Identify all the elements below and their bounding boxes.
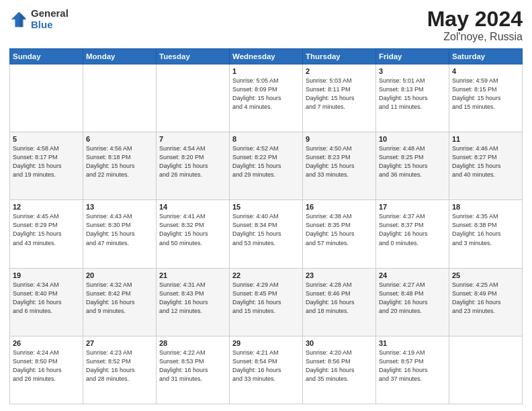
day-info: Sunrise: 4:37 AM Sunset: 8:37 PM Dayligh…	[379, 212, 446, 247]
day-cell: 1Sunrise: 5:05 AM Sunset: 8:09 PM Daylig…	[230, 64, 303, 132]
col-saturday: Saturday	[449, 49, 523, 64]
day-info: Sunrise: 4:34 AM Sunset: 8:40 PM Dayligh…	[13, 281, 80, 316]
day-cell	[83, 64, 157, 132]
week-row-2: 12Sunrise: 4:45 AM Sunset: 8:29 PM Dayli…	[10, 200, 523, 268]
day-info: Sunrise: 4:29 AM Sunset: 8:45 PM Dayligh…	[232, 281, 300, 316]
day-info: Sunrise: 4:31 AM Sunset: 8:43 PM Dayligh…	[159, 281, 226, 316]
day-cell: 20Sunrise: 4:32 AM Sunset: 8:42 PM Dayli…	[83, 268, 157, 336]
day-number: 26	[13, 339, 80, 347]
day-number: 1	[232, 67, 300, 75]
day-info: Sunrise: 4:56 AM Sunset: 8:18 PM Dayligh…	[86, 144, 153, 179]
day-cell: 23Sunrise: 4:28 AM Sunset: 8:46 PM Dayli…	[303, 268, 376, 336]
logo-blue-text: Blue	[31, 19, 69, 31]
day-cell: 24Sunrise: 4:27 AM Sunset: 8:48 PM Dayli…	[376, 268, 449, 336]
header-row: Sunday Monday Tuesday Wednesday Thursday…	[10, 49, 523, 64]
day-cell: 8Sunrise: 4:52 AM Sunset: 8:22 PM Daylig…	[230, 132, 303, 200]
title-month: May 2024	[427, 8, 523, 30]
day-cell: 2Sunrise: 5:03 AM Sunset: 8:11 PM Daylig…	[303, 64, 376, 132]
day-number: 22	[232, 271, 300, 279]
day-info: Sunrise: 4:22 AM Sunset: 8:53 PM Dayligh…	[159, 349, 226, 383]
day-number: 28	[159, 339, 226, 347]
calendar-table: Sunday Monday Tuesday Wednesday Thursday…	[9, 48, 523, 404]
day-cell: 11Sunrise: 4:46 AM Sunset: 8:27 PM Dayli…	[449, 132, 523, 200]
week-row-4: 26Sunrise: 4:24 AM Sunset: 8:50 PM Dayli…	[10, 336, 523, 404]
day-info: Sunrise: 4:40 AM Sunset: 8:34 PM Dayligh…	[232, 212, 300, 247]
logo-text: General Blue	[31, 8, 69, 30]
day-info: Sunrise: 4:19 AM Sunset: 8:57 PM Dayligh…	[379, 349, 446, 383]
day-info: Sunrise: 4:32 AM Sunset: 8:42 PM Dayligh…	[86, 281, 153, 316]
day-info: Sunrise: 4:50 AM Sunset: 8:23 PM Dayligh…	[306, 144, 373, 179]
day-info: Sunrise: 4:52 AM Sunset: 8:22 PM Dayligh…	[232, 144, 300, 179]
day-number: 11	[452, 135, 519, 143]
day-info: Sunrise: 5:01 AM Sunset: 8:13 PM Dayligh…	[379, 77, 446, 111]
day-info: Sunrise: 4:48 AM Sunset: 8:25 PM Dayligh…	[379, 144, 446, 179]
day-info: Sunrise: 4:38 AM Sunset: 8:35 PM Dayligh…	[306, 212, 373, 247]
week-row-0: 1Sunrise: 5:05 AM Sunset: 8:09 PM Daylig…	[10, 64, 523, 132]
day-info: Sunrise: 4:27 AM Sunset: 8:48 PM Dayligh…	[379, 281, 446, 316]
day-info: Sunrise: 4:46 AM Sunset: 8:27 PM Dayligh…	[452, 144, 519, 179]
day-cell: 26Sunrise: 4:24 AM Sunset: 8:50 PM Dayli…	[10, 336, 83, 404]
day-number: 4	[452, 67, 519, 75]
day-cell: 22Sunrise: 4:29 AM Sunset: 8:45 PM Dayli…	[230, 268, 303, 336]
day-cell: 13Sunrise: 4:43 AM Sunset: 8:30 PM Dayli…	[83, 200, 157, 268]
day-number: 13	[86, 203, 153, 211]
day-number: 27	[86, 339, 153, 347]
day-info: Sunrise: 4:58 AM Sunset: 8:17 PM Dayligh…	[13, 144, 80, 179]
day-number: 24	[379, 271, 446, 279]
day-cell: 16Sunrise: 4:38 AM Sunset: 8:35 PM Dayli…	[303, 200, 376, 268]
day-number: 18	[452, 203, 519, 211]
day-number: 30	[306, 339, 373, 347]
day-cell: 31Sunrise: 4:19 AM Sunset: 8:57 PM Dayli…	[376, 336, 449, 404]
day-number: 7	[159, 135, 226, 143]
day-info: Sunrise: 4:59 AM Sunset: 8:15 PM Dayligh…	[452, 77, 519, 111]
day-cell	[449, 336, 523, 404]
day-number: 5	[13, 135, 80, 143]
day-cell: 29Sunrise: 4:21 AM Sunset: 8:54 PM Dayli…	[230, 336, 303, 404]
day-cell: 5Sunrise: 4:58 AM Sunset: 8:17 PM Daylig…	[10, 132, 83, 200]
day-cell: 3Sunrise: 5:01 AM Sunset: 8:13 PM Daylig…	[376, 64, 449, 132]
day-info: Sunrise: 4:41 AM Sunset: 8:32 PM Dayligh…	[159, 212, 226, 247]
day-cell: 17Sunrise: 4:37 AM Sunset: 8:37 PM Dayli…	[376, 200, 449, 268]
day-number: 19	[13, 271, 80, 279]
day-cell: 21Sunrise: 4:31 AM Sunset: 8:43 PM Dayli…	[157, 268, 230, 336]
day-cell: 30Sunrise: 4:20 AM Sunset: 8:56 PM Dayli…	[303, 336, 376, 404]
day-number: 16	[306, 203, 373, 211]
col-tuesday: Tuesday	[157, 49, 230, 64]
col-wednesday: Wednesday	[230, 49, 303, 64]
day-cell: 6Sunrise: 4:56 AM Sunset: 8:18 PM Daylig…	[83, 132, 157, 200]
day-number: 21	[159, 271, 226, 279]
day-cell: 4Sunrise: 4:59 AM Sunset: 8:15 PM Daylig…	[449, 64, 523, 132]
day-number: 2	[306, 67, 373, 75]
header: General Blue May 2024 Zol'noye, Russia	[9, 8, 523, 43]
day-number: 6	[86, 135, 153, 143]
calendar-header: Sunday Monday Tuesday Wednesday Thursday…	[10, 49, 523, 64]
day-cell: 25Sunrise: 4:25 AM Sunset: 8:49 PM Dayli…	[449, 268, 523, 336]
day-info: Sunrise: 4:54 AM Sunset: 8:20 PM Dayligh…	[159, 144, 226, 179]
day-number: 12	[13, 203, 80, 211]
day-info: Sunrise: 4:20 AM Sunset: 8:56 PM Dayligh…	[306, 349, 373, 383]
day-cell: 19Sunrise: 4:34 AM Sunset: 8:40 PM Dayli…	[10, 268, 83, 336]
day-info: Sunrise: 4:24 AM Sunset: 8:50 PM Dayligh…	[13, 349, 80, 383]
day-info: Sunrise: 5:03 AM Sunset: 8:11 PM Dayligh…	[306, 77, 373, 111]
week-row-1: 5Sunrise: 4:58 AM Sunset: 8:17 PM Daylig…	[10, 132, 523, 200]
day-number: 25	[452, 271, 519, 279]
day-number: 20	[86, 271, 153, 279]
day-info: Sunrise: 4:28 AM Sunset: 8:46 PM Dayligh…	[306, 281, 373, 316]
day-number: 23	[306, 271, 373, 279]
day-cell: 15Sunrise: 4:40 AM Sunset: 8:34 PM Dayli…	[230, 200, 303, 268]
title-block: May 2024 Zol'noye, Russia	[427, 8, 523, 43]
day-number: 8	[232, 135, 300, 143]
page: General Blue May 2024 Zol'noye, Russia S…	[0, 0, 532, 411]
col-monday: Monday	[83, 49, 157, 64]
day-number: 15	[232, 203, 300, 211]
logo: General Blue	[9, 8, 69, 30]
week-row-3: 19Sunrise: 4:34 AM Sunset: 8:40 PM Dayli…	[10, 268, 523, 336]
logo-icon	[9, 10, 28, 29]
day-info: Sunrise: 4:25 AM Sunset: 8:49 PM Dayligh…	[452, 281, 519, 316]
day-info: Sunrise: 4:45 AM Sunset: 8:29 PM Dayligh…	[13, 212, 80, 247]
logo-general-text: General	[31, 8, 69, 19]
day-number: 17	[379, 203, 446, 211]
title-location: Zol'noye, Russia	[427, 31, 523, 43]
day-cell: 14Sunrise: 4:41 AM Sunset: 8:32 PM Dayli…	[157, 200, 230, 268]
day-info: Sunrise: 5:05 AM Sunset: 8:09 PM Dayligh…	[232, 77, 300, 111]
